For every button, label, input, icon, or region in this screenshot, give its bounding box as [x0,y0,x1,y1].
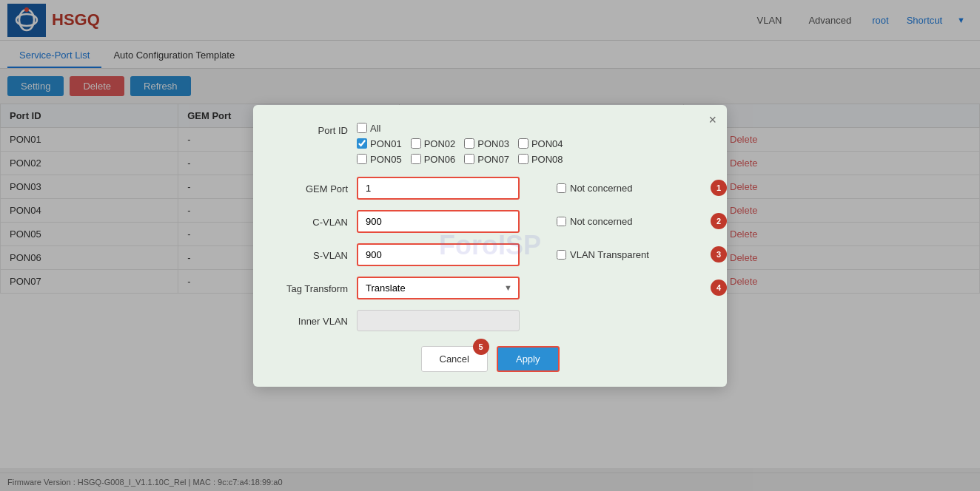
pon02-label: PON02 [424,138,456,149]
gem-port-input[interactable] [357,177,520,200]
port-item-pon01: PON01 [357,138,402,149]
port-id-section: Port ID All PON01 PON02 [275,123,705,165]
step-badge-5: 5 [473,339,489,355]
port-item-all: All [357,123,380,134]
port-row-all: All [357,123,563,134]
not-concerned-1-checkbox[interactable] [557,183,566,193]
pon04-label: PON04 [531,138,563,149]
port-item-pon08: PON08 [518,154,563,165]
pon07-label: PON07 [477,154,509,165]
svlan-input-wrap: 3 VLAN Transparent [357,243,705,266]
inner-vlan-label: Inner VLAN [275,314,357,327]
pon05-label: PON05 [370,154,402,165]
modal-dialog: × Port ID All PON01 [253,105,727,387]
svlan-label: S-VLAN [275,248,357,261]
tag-transform-input-wrap: Translate Add Remove Transparent ▼ 4 [357,277,705,299]
port-row-2: PON05 PON06 PON07 PON08 [357,154,563,165]
inner-vlan-input[interactable] [357,310,520,331]
port-item-pon05: PON05 [357,154,402,165]
modal-footer: Cancel 5 Apply [275,346,705,372]
tag-transform-row: Tag Transform Translate Add Remove Trans… [275,277,705,299]
checkbox-pon02[interactable] [411,138,421,149]
port-id-label: Port ID [275,123,357,136]
step-badge-4: 4 [711,280,727,296]
not-concerned-1-wrap: Not concerned [557,183,633,194]
pon01-label: PON01 [370,138,402,149]
not-concerned-2-checkbox[interactable] [557,217,566,226]
svlan-row: S-VLAN 3 VLAN Transparent [275,243,705,266]
not-concerned-2-label: Not concerned [570,216,633,227]
port-checkboxes: All PON01 PON02 PON03 [357,123,563,165]
gem-port-label: GEM Port [275,181,357,194]
gem-port-row: GEM Port 1 Not concerned [275,177,705,200]
inner-vlan-row: Inner VLAN [275,310,705,331]
svlan-input[interactable] [357,243,520,266]
pon03-label: PON03 [477,138,509,149]
cvlan-input-wrap: 2 Not concerned [357,210,705,233]
checkbox-pon06[interactable] [411,154,421,164]
checkbox-pon08[interactable] [518,154,528,164]
checkbox-all[interactable] [357,123,367,133]
checkbox-pon01[interactable] [357,138,367,149]
port-item-pon04: PON04 [518,138,563,149]
port-row-1: PON01 PON02 PON03 PON04 [357,138,563,149]
checkbox-pon05[interactable] [357,154,367,164]
vlan-transparent-label: VLAN Transparent [570,249,649,260]
vlan-transparent-checkbox[interactable] [557,250,566,260]
tag-transform-select[interactable]: Translate Add Remove Transparent [357,277,520,299]
modal-close-button[interactable]: × [708,112,716,128]
all-label: All [370,123,380,134]
tag-transform-select-wrap: Translate Add Remove Transparent ▼ [357,277,520,299]
gem-port-input-wrap: 1 Not concerned [357,177,705,200]
tag-transform-label: Tag Transform [275,281,357,294]
checkbox-pon07[interactable] [464,154,474,164]
modal-overlay: × Port ID All PON01 [0,0,980,468]
pon06-label: PON06 [424,154,456,165]
inner-vlan-input-wrap [357,310,705,331]
cvlan-row: C-VLAN 2 Not concerned [275,210,705,233]
not-concerned-2-wrap: Not concerned [557,216,633,227]
apply-button[interactable]: Apply [497,346,560,372]
port-item-pon03: PON03 [464,138,509,149]
port-item-pon07: PON07 [464,154,509,165]
port-item-pon02: PON02 [411,138,456,149]
vlan-transparent-wrap: VLAN Transparent [557,249,649,260]
cvlan-label: C-VLAN [275,214,357,228]
step-badge-2: 2 [711,213,727,229]
apply-wrap: 5 Apply [497,346,560,372]
step-badge-3: 3 [711,246,727,263]
pon08-label: PON08 [531,154,563,165]
checkbox-pon03[interactable] [464,138,474,149]
not-concerned-1-label: Not concerned [570,183,633,194]
cvlan-input[interactable] [357,210,520,233]
checkbox-pon04[interactable] [518,138,528,149]
port-item-pon06: PON06 [411,154,456,165]
step-badge-1: 1 [711,180,727,196]
